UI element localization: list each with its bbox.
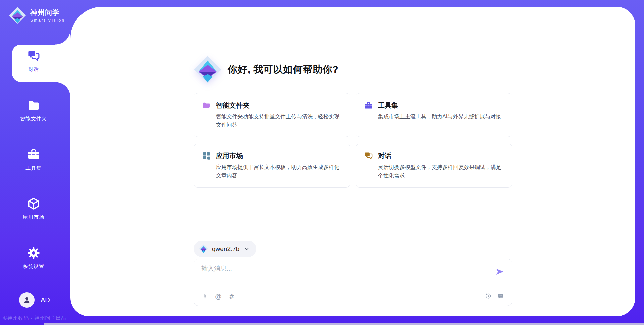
send-icon — [495, 267, 504, 276]
sidebar-item-label: 应用市场 — [0, 214, 67, 220]
chat-bubble-icon — [497, 293, 504, 300]
brand-gem-icon — [194, 56, 222, 84]
card-app-market[interactable]: 应用市场 应用市场提供丰富长文本模板，助力高效生成多样化文章内容 — [194, 144, 350, 188]
tab-fillet-top — [55, 29, 70, 45]
apps-grid-icon — [202, 151, 211, 160]
sidebar-item-label: 系统设置 — [0, 263, 67, 270]
topic-button[interactable]: # — [228, 292, 235, 300]
sidebar: 神州问学 Smart Vision 对话 智能文件夹 工具集 应用市场 系统设置 — [0, 0, 70, 325]
sidebar-footer-text: ©神州数码 · 神州问学出品 — [3, 315, 66, 321]
message-input[interactable] — [201, 264, 496, 287]
sidebar-item-settings[interactable]: 系统设置 — [0, 246, 67, 270]
user-initials: AD — [41, 296, 50, 304]
brand: 神州问学 Smart Vision — [9, 7, 65, 24]
mention-button[interactable]: @ — [215, 292, 222, 300]
paperclip-icon — [202, 293, 208, 300]
card-description: 智能文件夹功能支持批量文件上传与清洗，轻松实现文件问答 — [216, 113, 342, 129]
card-description: 灵活切换多模型文件，支持多样回复效果调试，满足个性化需求 — [378, 163, 504, 180]
card-title: 对话 — [378, 151, 391, 160]
message-composer: @ # — [194, 259, 512, 306]
card-description: 应用市场提供丰富长文本模板，助力高效生成多样化文章内容 — [216, 163, 342, 180]
hash-icon: # — [229, 293, 235, 300]
chat-bubbles-icon — [27, 49, 40, 63]
briefcase-icon — [27, 148, 40, 161]
attach-file-button[interactable] — [201, 292, 209, 300]
user-profile[interactable]: AD — [19, 292, 50, 308]
sidebar-item-label: 对话 — [0, 66, 67, 73]
chat-bubbles-icon — [364, 151, 373, 160]
card-title: 工具集 — [378, 101, 398, 110]
composer-toolbar: @ # — [201, 287, 504, 302]
tab-fillet-bottom — [55, 82, 70, 97]
welcome-section: 你好, 我可以如何帮助你? 智能文件夹 智能文件夹功能支持批量文件上传与清洗，轻… — [194, 55, 512, 188]
card-title: 智能文件夹 — [216, 101, 250, 110]
history-button[interactable] — [485, 292, 492, 300]
model-name: qwen2:7b — [212, 245, 239, 253]
greeting-row: 你好, 我可以如何帮助你? — [194, 55, 512, 84]
card-title: 应用市场 — [216, 151, 243, 160]
send-button[interactable] — [495, 267, 504, 276]
avatar — [19, 292, 35, 308]
person-icon — [22, 296, 31, 304]
sidebar-item-chat[interactable]: 对话 — [0, 49, 67, 73]
folder-open-icon — [202, 101, 211, 110]
card-description: 集成市场上主流工具，助力AI与外界无缝扩展与对接 — [378, 113, 504, 121]
history-clock-icon — [485, 293, 492, 300]
card-smart-folder[interactable]: 智能文件夹 智能文件夹功能支持批量文件上传与清洗，轻松实现文件问答 — [194, 93, 350, 137]
main-panel: 你好, 我可以如何帮助你? 智能文件夹 智能文件夹功能支持批量文件上传与清洗，轻… — [70, 7, 635, 316]
model-gem-icon — [199, 244, 208, 253]
sidebar-item-app-market[interactable]: 应用市场 — [0, 197, 67, 220]
sidebar-item-label: 智能文件夹 — [0, 116, 67, 122]
greeting-text: 你好, 我可以如何帮助你? — [228, 63, 338, 76]
conversation-button[interactable] — [497, 292, 504, 300]
sidebar-item-smart-folder[interactable]: 智能文件夹 — [0, 99, 67, 122]
horizontal-scrollbar[interactable] — [44, 323, 644, 325]
brand-logo-icon — [9, 7, 26, 24]
briefcase-icon — [364, 101, 373, 110]
card-chat[interactable]: 对话 灵活切换多模型文件，支持多样回复效果调试，满足个性化需求 — [356, 144, 512, 188]
brand-name: 神州问学 — [30, 8, 65, 17]
brand-subtitle: Smart Vision — [30, 18, 65, 23]
cube-icon — [27, 197, 40, 210]
gear-icon — [27, 246, 40, 260]
chevron-down-icon — [244, 246, 250, 252]
model-selector[interactable]: qwen2:7b — [194, 241, 256, 257]
at-icon: @ — [215, 293, 222, 300]
feature-cards: 智能文件夹 智能文件夹功能支持批量文件上传与清洗，轻松实现文件问答 工具集 集成… — [194, 93, 512, 188]
folder-icon — [27, 99, 40, 112]
sidebar-item-label: 工具集 — [0, 165, 67, 171]
sidebar-item-toolkit[interactable]: 工具集 — [0, 148, 67, 171]
card-toolkit[interactable]: 工具集 集成市场上主流工具，助力AI与外界无缝扩展与对接 — [356, 93, 512, 137]
